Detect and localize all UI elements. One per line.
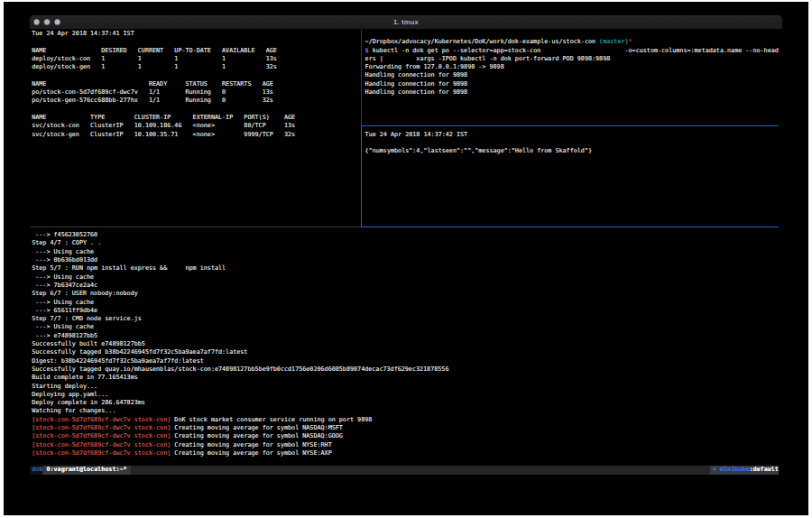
status-left-text[interactable]: dok 0:vagrant@localhost:~* <box>32 466 126 475</box>
tmux-session: Tue 24 Apr 2018 14:37:41 IST NAME DESIRE… <box>30 29 782 501</box>
tmux-status-bar: dok 0:vagrant@localhost:~* ⎈ minikube:de… <box>30 466 779 475</box>
terminal-line <box>365 30 779 38</box>
terminal-line: svc/stock-gen ClusterIP 10.100.35.71 <no… <box>32 131 295 139</box>
terminal-line: ~/Dropbox/advocacy/Kubernetes/DoK/work/d… <box>365 38 779 46</box>
terminal-line: Tue 24 Apr 2018 14:37:42 IST <box>365 131 592 139</box>
terminal-line: Handling connection for 9898 <box>365 80 779 88</box>
pane-divider-horizontal[interactable] <box>31 227 361 227</box>
terminal-line <box>32 106 295 114</box>
terminal-line: deploy/stock-con 1 1 1 1 13s <box>32 55 295 63</box>
active-pane-border-top[interactable] <box>361 125 779 126</box>
terminal-line: Successfully tagged b38b42246945fd7f32c5… <box>32 348 448 356</box>
active-pane-border-bottom[interactable] <box>361 227 779 227</box>
active-window-label: 0:vagrant@localhost:~* <box>46 466 126 473</box>
terminal-line: Watching for changes... <box>32 407 448 415</box>
terminal-line <box>32 38 295 46</box>
terminal-line: Tue 24 Apr 2018 14:37:41 IST <box>32 30 295 38</box>
pane-port-forward[interactable]: ~/Dropbox/advocacy/Kubernetes/DoK/work/d… <box>365 30 779 97</box>
terminal-line: Handling connection for 9898 <box>365 71 779 79</box>
terminal-line: Step 7/7 : CMD node service.js <box>32 315 448 323</box>
terminal-line: ---> 65611ff9db4e <box>32 307 448 315</box>
window-titlebar[interactable]: 1. tmux <box>30 15 782 29</box>
terminal-line: Handling connection for 9898 <box>365 88 779 97</box>
terminal-line: Digest: b38b42246945fd7f32c5ba9aea7af7fd… <box>32 357 448 365</box>
terminal-line: ---> Using cache <box>32 248 448 256</box>
terminal-line: ---> Using cache <box>32 273 448 282</box>
pane-divider-vertical[interactable] <box>361 30 362 125</box>
terminal-line: {"numsymbols":4,"lastseen":"","message":… <box>365 147 592 155</box>
terminal-line: ers | xargs -IPOD kubectl -n dok port-fo… <box>365 55 779 63</box>
terminal-line: [stock-con-5d7df689cf-dwc7v stock-con] C… <box>32 424 448 432</box>
status-right-text: ⎈ minikube:default <box>713 466 779 475</box>
kube-context: minikube <box>720 466 749 473</box>
pane-kubectl-watch[interactable]: Tue 24 Apr 2018 14:37:41 IST NAME DESIRE… <box>32 30 295 139</box>
terminal-line <box>32 71 295 79</box>
window-title: 1. tmux <box>30 15 782 29</box>
screen-background: 1. tmux Tue 24 Apr 2018 14:37:41 IST NAM… <box>4 2 808 515</box>
terminal-line: ---> 7b6347ce2a4c <box>32 282 448 290</box>
terminal-line: Step 4/7 : COPY . . <box>32 239 448 247</box>
terminal-line: Step 5/7 : RUN npm install express && np… <box>32 264 448 273</box>
kube-namespace: :default <box>749 466 778 473</box>
terminal-line: Successfully built e74898127bb5 <box>32 340 448 348</box>
terminal-line: po/stock-con-5d7df689cf-dwc7v 1/1 Runnin… <box>32 88 295 97</box>
page-background: 1. tmux Tue 24 Apr 2018 14:37:41 IST NAM… <box>0 0 812 518</box>
terminal-line: [stock-con-5d7df689cf-dwc7v stock-con] C… <box>32 432 448 440</box>
terminal-line: ---> f45623052760 <box>32 231 448 239</box>
terminal-line: ---> 0b636bd013dd <box>32 256 448 264</box>
terminal-line: [stock-con-5d7df689cf-dwc7v stock-con] C… <box>32 441 448 449</box>
terminal-line: [stock-con-5d7df689cf-dwc7v stock-con] D… <box>32 416 448 424</box>
terminal-line: $ kubectl -n dok get po --selector=app=s… <box>365 47 779 55</box>
terminal-line: NAME DESIRED CURRENT UP-TO-DATE AVAILABL… <box>32 47 295 55</box>
terminal-line: Successfully tagged quay.io/mhausenblas/… <box>32 365 448 374</box>
pane-service-output-active[interactable]: Tue 24 Apr 2018 14:37:42 IST {"numsymbol… <box>365 131 592 156</box>
terminal-line: ---> Using cache <box>32 299 448 307</box>
terminal-line: Build complete in 77.165413ms <box>32 374 448 382</box>
terminal-window: 1. tmux Tue 24 Apr 2018 14:37:41 IST NAM… <box>30 15 782 500</box>
terminal-line: Starting deploy... <box>32 383 448 391</box>
terminal-line: [stock-con-5d7df689cf-dwc7v stock-con] C… <box>32 449 448 458</box>
terminal-line: ---> e74898127bb5 <box>32 332 448 340</box>
terminal-line: Deploying app.yaml... <box>32 391 448 399</box>
terminal-line <box>365 139 592 147</box>
terminal-line: deploy/stock-gen 1 1 1 1 32s <box>32 63 295 71</box>
terminal-line: svc/stock-con ClusterIP 10.109.186.46 <n… <box>32 122 295 130</box>
pane-skaffold-log[interactable]: ---> f45623052760Step 4/7 : COPY . . ---… <box>32 231 448 458</box>
terminal-line: Step 6/7 : USER nobody:nobody <box>32 290 448 298</box>
terminal-line: po/stock-gen-576cc688bb-277hx 1/1 Runnin… <box>32 97 295 105</box>
terminal-line: NAME READY STATUS RESTARTS AGE <box>32 80 295 88</box>
session-name: dok <box>32 466 42 473</box>
terminal-line: ---> Using cache <box>32 323 448 331</box>
terminal-line: NAME TYPE CLUSTER-IP EXTERNAL-IP PORT(S)… <box>32 114 295 122</box>
active-pane-border-left[interactable] <box>361 125 362 227</box>
